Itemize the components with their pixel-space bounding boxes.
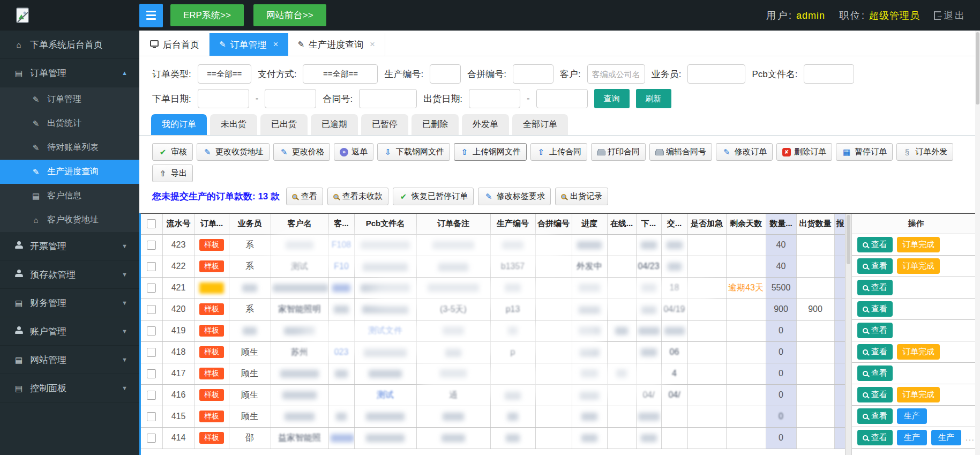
view-button[interactable]: 查看 xyxy=(857,323,893,338)
return-icon: » xyxy=(340,148,348,156)
complete-button[interactable]: 订单完成 xyxy=(897,258,940,274)
logout-button[interactable]: 退出 xyxy=(934,9,966,22)
tab-close-icon[interactable]: × xyxy=(273,39,279,50)
view-button[interactable]: 查看 xyxy=(857,301,893,317)
subtab-1[interactable]: 未出货 xyxy=(210,114,257,135)
page-scrollbar[interactable] xyxy=(975,31,980,455)
toolbar-button-r2-0[interactable]: ⇧导出 xyxy=(152,165,193,182)
toolbar-button-5[interactable]: ⇧上传钢网文件 xyxy=(454,143,527,161)
toolbar-button-2[interactable]: ✎更改价格 xyxy=(273,143,330,161)
toolbar-button-4[interactable]: ⇩下载钢网文件 xyxy=(377,143,450,161)
sidebar-subitem-1[interactable]: ✎出货统计 xyxy=(0,111,139,136)
tab-2[interactable]: ✎生产进度查询× xyxy=(288,33,386,56)
subtab-0[interactable]: 我的订单 xyxy=(151,114,207,135)
sidebar-subitem-0[interactable]: ✎订单管理 xyxy=(0,87,139,111)
filter-input[interactable] xyxy=(265,89,316,108)
filter-input[interactable] xyxy=(198,89,249,108)
view-button[interactable]: 查看 xyxy=(857,430,893,445)
toolbar-button-8[interactable]: 编辑合同号 xyxy=(649,143,712,161)
view-button[interactable]: 查看 xyxy=(857,344,893,360)
subtab-7[interactable]: 全部订单 xyxy=(512,114,568,135)
status-button-0[interactable]: 查看 xyxy=(286,188,323,205)
filter-input[interactable] xyxy=(687,64,745,84)
sidebar-subitem-4[interactable]: ▤客户信息 xyxy=(0,184,139,208)
status-button-1[interactable]: 查看未收款 xyxy=(327,188,388,205)
row-checkbox[interactable] xyxy=(147,369,156,378)
sidebar-subitem-2[interactable]: ✎待对账单列表 xyxy=(0,136,139,160)
view-button[interactable]: 查看 xyxy=(857,408,893,424)
toolbar-button-12[interactable]: §订单外发 xyxy=(896,143,953,161)
row-checkbox[interactable] xyxy=(147,412,156,421)
view-button[interactable]: 查看 xyxy=(857,237,893,252)
produce-button[interactable]: 生产 xyxy=(897,408,927,424)
row-checkbox[interactable] xyxy=(147,391,156,400)
status-button-4[interactable]: 出货记录 xyxy=(555,188,608,205)
tab-1[interactable]: ✎订单管理× xyxy=(210,33,288,56)
check-icon: ✔ xyxy=(399,192,408,200)
toolbar-button-10[interactable]: ✘删除订单 xyxy=(776,143,832,161)
view-button[interactable]: 查看 xyxy=(857,280,893,295)
filter-input[interactable] xyxy=(430,64,461,84)
sidebar-item-2[interactable]: 开票管理▼ xyxy=(0,232,139,260)
subtab-5[interactable]: 已删除 xyxy=(412,114,459,135)
row-checkbox[interactable] xyxy=(147,348,156,357)
site-front-button[interactable]: 网站前台>> xyxy=(253,4,326,26)
sidebar-subitem-3[interactable]: ✎生产进度查询 xyxy=(0,160,139,184)
produce-button[interactable]: 生产 xyxy=(897,430,927,445)
produce-button[interactable]: 生产 xyxy=(931,430,961,445)
filter-input[interactable] xyxy=(513,64,553,84)
toolbar-button-7[interactable]: 打印合同 xyxy=(591,143,646,161)
sidebar-item-5[interactable]: 账户管理▼ xyxy=(0,317,139,346)
refresh-button[interactable]: 刷新 xyxy=(636,89,671,108)
file-icon: ▤ xyxy=(14,356,24,364)
toolbar-button-1[interactable]: ✎更改收货地址 xyxy=(197,143,270,161)
filter-input[interactable] xyxy=(359,89,417,108)
erp-system-button[interactable]: ERP系统>> xyxy=(170,4,244,26)
toolbar-button-6[interactable]: ⇧上传合同 xyxy=(530,143,587,161)
sidebar-item-4[interactable]: ▤财务管理▼ xyxy=(0,289,139,317)
row-checkbox[interactable] xyxy=(147,326,156,335)
toolbar-button-3[interactable]: »返单 xyxy=(334,143,373,161)
sidebar-item-6[interactable]: ▤网站管理▼ xyxy=(0,346,139,374)
subtab-2[interactable]: 已出货 xyxy=(260,114,308,135)
filter-input[interactable] xyxy=(804,64,854,84)
row-checkbox[interactable] xyxy=(147,305,156,314)
status-button-2[interactable]: ✔恢复已暂停订单 xyxy=(393,188,474,205)
filter-select[interactable]: ==全部== xyxy=(198,64,251,84)
select-all-checkbox[interactable] xyxy=(147,219,156,228)
cell-custcode: 023 xyxy=(328,341,354,363)
row-checkbox[interactable] xyxy=(147,284,156,293)
tab-close-icon[interactable]: × xyxy=(370,39,375,50)
row-checkbox[interactable] xyxy=(147,241,156,250)
sidebar-subitem-5[interactable]: ⌂客户收货地址 xyxy=(0,208,139,232)
view-button[interactable]: 查看 xyxy=(857,387,893,402)
filter-select[interactable]: ==全部== xyxy=(303,64,378,84)
view-button[interactable]: 查看 xyxy=(857,258,893,274)
complete-button[interactable]: 订单完成 xyxy=(897,237,940,252)
redacted-text xyxy=(440,370,467,378)
complete-button[interactable]: 订单完成 xyxy=(897,387,940,402)
status-button-3[interactable]: ✎修改标签要求 xyxy=(478,188,551,205)
column-header-serial: 流水号 xyxy=(162,214,194,234)
tab-0[interactable]: 后台首页 xyxy=(140,33,210,56)
sidebar-item-7[interactable]: ▤控制面板▼ xyxy=(0,374,139,402)
filter-input[interactable] xyxy=(587,64,645,84)
filter-input[interactable] xyxy=(536,89,588,108)
sidebar-item-0[interactable]: ⌂下单系统后台首页 xyxy=(0,31,139,59)
complete-button[interactable]: 订单完成 xyxy=(897,344,940,360)
subtab-6[interactable]: 外发单 xyxy=(462,114,509,135)
filter-input[interactable] xyxy=(469,89,520,108)
row-checkbox[interactable] xyxy=(147,262,156,271)
grid-vertical-scrollbar[interactable] xyxy=(845,214,852,455)
sidebar-toggle-button[interactable] xyxy=(139,4,163,27)
toolbar-button-11[interactable]: ▦暂停订单 xyxy=(836,143,893,161)
search-button[interactable]: 查询 xyxy=(594,89,630,108)
sidebar-item-3[interactable]: 预存款管理▼ xyxy=(0,260,139,289)
subtab-3[interactable]: 已逾期 xyxy=(311,114,358,135)
sidebar-item-1[interactable]: ▤订单管理▲ xyxy=(0,59,139,87)
row-checkbox[interactable] xyxy=(147,434,156,443)
view-button[interactable]: 查看 xyxy=(857,366,893,381)
toolbar-button-0[interactable]: ✔审核 xyxy=(152,143,193,161)
subtab-4[interactable]: 已暂停 xyxy=(361,114,408,135)
toolbar-button-9[interactable]: ✎修改订单 xyxy=(716,143,773,161)
